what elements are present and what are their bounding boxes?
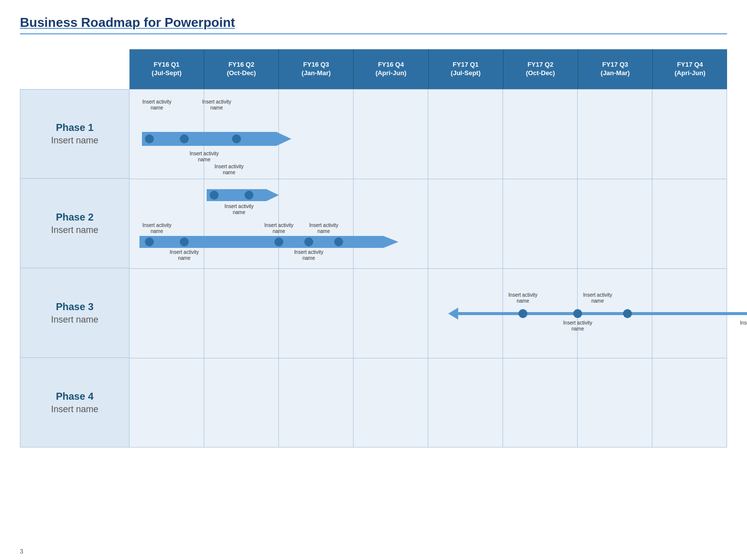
phase4-cell5 <box>428 358 503 447</box>
phase1-title: Phase 1 <box>56 122 94 133</box>
phase-header-spacer <box>20 49 129 89</box>
svg-text:Insert activity: Insert activity <box>740 320 747 326</box>
phase4-cell3 <box>279 358 354 447</box>
phase4-cell7 <box>578 358 652 447</box>
phase4-cell2 <box>204 358 279 447</box>
page-container: Business Roadmap for Powerpoint Phase 1 … <box>0 0 747 457</box>
phase3-cell5 <box>428 269 503 358</box>
phase2-row: Insert activity name Insert activity nam… <box>129 179 727 268</box>
phase1-cell6 <box>503 90 578 179</box>
header-fy17q2: FY17 Q2 (Oct-Dec) <box>503 49 578 89</box>
phase2-cell8 <box>652 179 727 268</box>
phase1-cell4 <box>354 90 428 179</box>
phase3-row: Insert activity name Insert activity nam… <box>129 268 727 358</box>
phase4-name: Insert name <box>51 404 98 415</box>
header-fy17q4: FY17 Q4 (Apri-Jun) <box>653 49 727 89</box>
phase4-title: Phase 4 <box>56 391 94 402</box>
phase3-cell6 <box>503 269 578 358</box>
header-fy17q1: FY17 Q1 (Jul-Sept) <box>429 49 503 89</box>
phase2-label: Phase 2 Insert name <box>20 179 129 268</box>
phase1-cell5 <box>428 90 503 179</box>
phase1-cell3 <box>279 90 354 179</box>
phase-labels: Phase 1 Insert name Phase 2 Insert name … <box>20 49 129 448</box>
phase1-name: Insert name <box>51 135 98 146</box>
phase4-cell8 <box>652 358 727 447</box>
phase3-cell3 <box>279 269 354 358</box>
phase4-cell1 <box>129 358 204 447</box>
phase2-cell5 <box>428 179 503 268</box>
header-fy16q3: FY16 Q3 (Jan-Mar) <box>279 49 354 89</box>
phase4-row <box>129 358 727 448</box>
phase3-label: Phase 3 Insert name <box>20 268 129 358</box>
phase4-cell4 <box>354 358 428 447</box>
phase4-cell6 <box>503 358 578 447</box>
phase3-name: Insert name <box>51 315 98 325</box>
header-row: FY16 Q1 (Jul-Sept) FY16 Q2 (Oct-Dec) FY1… <box>129 49 727 89</box>
phase2-title: Phase 2 <box>56 212 94 223</box>
phase1-row: Insert activity name Insert activity nam… <box>129 89 727 179</box>
phase2-cell7 <box>578 179 652 268</box>
phase3-cell8 <box>652 269 727 358</box>
phase1-label: Phase 1 Insert name <box>20 89 129 179</box>
phase3-cell2 <box>204 269 279 358</box>
phase2-cell2 <box>204 179 279 268</box>
page-title: Business Roadmap for Powerpoint <box>20 15 727 34</box>
phase3-cell7 <box>578 269 652 358</box>
phase1-cell1 <box>129 90 204 179</box>
header-fy17q3: FY17 Q3 (Jan-Mar) <box>578 49 653 89</box>
grid-area: FY16 Q1 (Jul-Sept) FY16 Q2 (Oct-Dec) FY1… <box>129 49 727 448</box>
header-fy16q1: FY16 Q1 (Jul-Sept) <box>129 49 204 89</box>
phase2-cell4 <box>354 179 428 268</box>
phase4-label: Phase 4 Insert name <box>20 358 129 448</box>
phase2-cell3 <box>279 179 354 268</box>
roadmap-wrapper: Phase 1 Insert name Phase 2 Insert name … <box>20 49 727 448</box>
phase3-cell1 <box>129 269 204 358</box>
phase2-cell1 <box>129 179 204 268</box>
phase1-cell2 <box>204 90 279 179</box>
page-number: 3 <box>20 548 23 555</box>
phase3-cell4 <box>354 269 428 358</box>
header-fy16q2: FY16 Q2 (Oct-Dec) <box>204 49 279 89</box>
phase2-name: Insert name <box>51 225 98 235</box>
header-fy16q4: FY16 Q4 (Apri-Jun) <box>354 49 428 89</box>
phase2-cell6 <box>503 179 578 268</box>
phase1-cell7 <box>578 90 652 179</box>
phase1-cell8 <box>652 90 727 179</box>
phase3-title: Phase 3 <box>56 301 94 313</box>
